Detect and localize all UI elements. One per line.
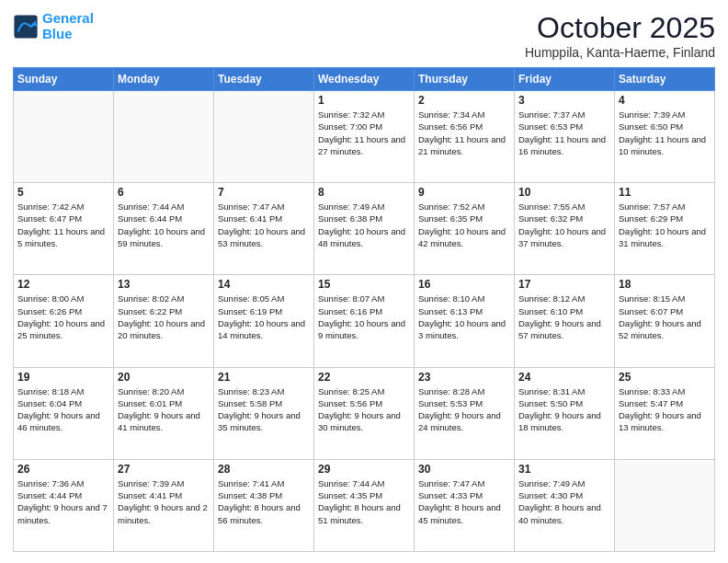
day-number: 1 bbox=[318, 94, 410, 107]
calendar-cell: 1Sunrise: 7:32 AM Sunset: 7:00 PM Daylig… bbox=[314, 91, 415, 183]
day-info: Sunrise: 7:47 AM Sunset: 4:33 PM Dayligh… bbox=[418, 477, 510, 526]
day-info: Sunrise: 7:42 AM Sunset: 6:47 PM Dayligh… bbox=[17, 201, 109, 249]
day-number: 23 bbox=[418, 371, 510, 384]
calendar-cell: 4Sunrise: 7:39 AM Sunset: 6:50 PM Daylig… bbox=[615, 91, 715, 183]
day-number: 5 bbox=[17, 186, 109, 199]
weekday-header-friday: Friday bbox=[515, 68, 615, 91]
day-info: Sunrise: 7:52 AM Sunset: 6:35 PM Dayligh… bbox=[418, 201, 510, 249]
day-number: 22 bbox=[318, 371, 410, 384]
day-info: Sunrise: 7:49 AM Sunset: 4:30 PM Dayligh… bbox=[518, 477, 610, 526]
svg-rect-0 bbox=[14, 15, 37, 38]
calendar-cell bbox=[615, 459, 715, 551]
day-number: 16 bbox=[418, 278, 510, 291]
day-number: 10 bbox=[518, 186, 610, 199]
day-info: Sunrise: 8:20 AM Sunset: 6:01 PM Dayligh… bbox=[118, 385, 210, 434]
day-info: Sunrise: 8:31 AM Sunset: 5:50 PM Dayligh… bbox=[518, 385, 610, 434]
day-number: 14 bbox=[218, 278, 310, 291]
calendar-cell: 18Sunrise: 8:15 AM Sunset: 6:07 PM Dayli… bbox=[615, 275, 715, 367]
calendar-cell: 31Sunrise: 7:49 AM Sunset: 4:30 PM Dayli… bbox=[515, 459, 615, 551]
header: General Blue October 2025 Humppila, Kant… bbox=[13, 11, 715, 60]
day-info: Sunrise: 7:39 AM Sunset: 4:41 PM Dayligh… bbox=[118, 477, 210, 526]
day-number: 31 bbox=[518, 463, 610, 476]
day-number: 15 bbox=[318, 278, 410, 291]
weekday-header-sunday: Sunday bbox=[14, 68, 114, 91]
day-info: Sunrise: 7:49 AM Sunset: 6:38 PM Dayligh… bbox=[318, 201, 410, 249]
calendar-cell: 21Sunrise: 8:23 AM Sunset: 5:58 PM Dayli… bbox=[214, 367, 314, 459]
day-info: Sunrise: 7:57 AM Sunset: 6:29 PM Dayligh… bbox=[619, 201, 711, 249]
calendar-cell: 11Sunrise: 7:57 AM Sunset: 6:29 PM Dayli… bbox=[615, 183, 715, 275]
day-info: Sunrise: 7:41 AM Sunset: 4:38 PM Dayligh… bbox=[218, 477, 310, 526]
day-number: 30 bbox=[418, 463, 510, 476]
calendar-cell bbox=[14, 91, 114, 183]
day-number: 20 bbox=[118, 371, 210, 384]
calendar-cell: 14Sunrise: 8:05 AM Sunset: 6:19 PM Dayli… bbox=[214, 275, 314, 367]
day-info: Sunrise: 7:44 AM Sunset: 6:44 PM Dayligh… bbox=[118, 201, 210, 249]
day-info: Sunrise: 7:37 AM Sunset: 6:53 PM Dayligh… bbox=[518, 109, 610, 157]
calendar-cell: 23Sunrise: 8:28 AM Sunset: 5:53 PM Dayli… bbox=[415, 367, 515, 459]
day-info: Sunrise: 8:18 AM Sunset: 6:04 PM Dayligh… bbox=[17, 385, 109, 434]
month-title: October 2025 bbox=[525, 11, 715, 45]
day-number: 8 bbox=[318, 186, 410, 199]
day-info: Sunrise: 8:07 AM Sunset: 6:16 PM Dayligh… bbox=[318, 293, 410, 341]
weekday-header-monday: Monday bbox=[114, 68, 214, 91]
calendar-cell: 19Sunrise: 8:18 AM Sunset: 6:04 PM Dayli… bbox=[14, 367, 114, 459]
day-info: Sunrise: 7:36 AM Sunset: 4:44 PM Dayligh… bbox=[17, 477, 109, 526]
calendar-cell: 6Sunrise: 7:44 AM Sunset: 6:44 PM Daylig… bbox=[114, 183, 214, 275]
logo-text: General Blue bbox=[42, 11, 94, 41]
day-number: 13 bbox=[118, 278, 210, 291]
day-number: 7 bbox=[218, 186, 310, 199]
calendar-cell: 29Sunrise: 7:44 AM Sunset: 4:35 PM Dayli… bbox=[314, 459, 415, 551]
calendar-cell: 2Sunrise: 7:34 AM Sunset: 6:56 PM Daylig… bbox=[415, 91, 515, 183]
week-row-4: 26Sunrise: 7:36 AM Sunset: 4:44 PM Dayli… bbox=[14, 459, 715, 551]
day-number: 25 bbox=[619, 371, 711, 384]
day-number: 26 bbox=[17, 463, 109, 476]
day-info: Sunrise: 8:25 AM Sunset: 5:56 PM Dayligh… bbox=[318, 385, 410, 434]
day-info: Sunrise: 8:15 AM Sunset: 6:07 PM Dayligh… bbox=[619, 293, 711, 341]
calendar-cell: 12Sunrise: 8:00 AM Sunset: 6:26 PM Dayli… bbox=[14, 275, 114, 367]
day-number: 19 bbox=[17, 371, 109, 384]
day-info: Sunrise: 8:05 AM Sunset: 6:19 PM Dayligh… bbox=[218, 293, 310, 341]
day-info: Sunrise: 8:33 AM Sunset: 5:47 PM Dayligh… bbox=[619, 385, 711, 434]
day-info: Sunrise: 8:12 AM Sunset: 6:10 PM Dayligh… bbox=[518, 293, 610, 341]
day-number: 17 bbox=[518, 278, 610, 291]
weekday-header-wednesday: Wednesday bbox=[314, 68, 415, 91]
day-info: Sunrise: 8:00 AM Sunset: 6:26 PM Dayligh… bbox=[17, 293, 109, 341]
calendar-cell bbox=[214, 91, 314, 183]
day-info: Sunrise: 8:23 AM Sunset: 5:58 PM Dayligh… bbox=[218, 385, 310, 434]
week-row-3: 19Sunrise: 8:18 AM Sunset: 6:04 PM Dayli… bbox=[14, 367, 715, 459]
day-number: 18 bbox=[619, 278, 711, 291]
calendar-cell bbox=[114, 91, 214, 183]
day-info: Sunrise: 7:55 AM Sunset: 6:32 PM Dayligh… bbox=[518, 201, 610, 249]
week-row-0: 1Sunrise: 7:32 AM Sunset: 7:00 PM Daylig… bbox=[14, 91, 715, 183]
day-number: 24 bbox=[518, 371, 610, 384]
logo-line1: General bbox=[42, 10, 94, 26]
day-number: 11 bbox=[619, 186, 711, 199]
calendar-cell: 27Sunrise: 7:39 AM Sunset: 4:41 PM Dayli… bbox=[114, 459, 214, 551]
calendar-cell: 8Sunrise: 7:49 AM Sunset: 6:38 PM Daylig… bbox=[314, 183, 415, 275]
day-number: 9 bbox=[418, 186, 510, 199]
day-number: 2 bbox=[418, 94, 510, 107]
weekday-header-tuesday: Tuesday bbox=[214, 68, 314, 91]
logo-line2: Blue bbox=[42, 26, 73, 41]
calendar-cell: 9Sunrise: 7:52 AM Sunset: 6:35 PM Daylig… bbox=[415, 183, 515, 275]
day-info: Sunrise: 7:44 AM Sunset: 4:35 PM Dayligh… bbox=[318, 477, 410, 526]
week-row-1: 5Sunrise: 7:42 AM Sunset: 6:47 PM Daylig… bbox=[14, 183, 715, 275]
day-info: Sunrise: 7:34 AM Sunset: 6:56 PM Dayligh… bbox=[418, 109, 510, 157]
calendar-cell: 20Sunrise: 8:20 AM Sunset: 6:01 PM Dayli… bbox=[114, 367, 214, 459]
title-block: October 2025 Humppila, Kanta-Haeme, Finl… bbox=[525, 11, 715, 60]
calendar-table: SundayMondayTuesdayWednesdayThursdayFrid… bbox=[13, 67, 715, 552]
calendar-cell: 3Sunrise: 7:37 AM Sunset: 6:53 PM Daylig… bbox=[515, 91, 615, 183]
calendar-cell: 5Sunrise: 7:42 AM Sunset: 6:47 PM Daylig… bbox=[14, 183, 114, 275]
day-info: Sunrise: 8:10 AM Sunset: 6:13 PM Dayligh… bbox=[418, 293, 510, 341]
day-info: Sunrise: 7:47 AM Sunset: 6:41 PM Dayligh… bbox=[218, 201, 310, 249]
calendar-cell: 17Sunrise: 8:12 AM Sunset: 6:10 PM Dayli… bbox=[515, 275, 615, 367]
day-number: 3 bbox=[518, 94, 610, 107]
day-number: 27 bbox=[118, 463, 210, 476]
calendar-cell: 16Sunrise: 8:10 AM Sunset: 6:13 PM Dayli… bbox=[415, 275, 515, 367]
location-title: Humppila, Kanta-Haeme, Finland bbox=[525, 45, 715, 60]
calendar-cell: 28Sunrise: 7:41 AM Sunset: 4:38 PM Dayli… bbox=[214, 459, 314, 551]
calendar-cell: 25Sunrise: 8:33 AM Sunset: 5:47 PM Dayli… bbox=[615, 367, 715, 459]
calendar-cell: 7Sunrise: 7:47 AM Sunset: 6:41 PM Daylig… bbox=[214, 183, 314, 275]
weekday-header-row: SundayMondayTuesdayWednesdayThursdayFrid… bbox=[14, 68, 715, 91]
weekday-header-thursday: Thursday bbox=[415, 68, 515, 91]
